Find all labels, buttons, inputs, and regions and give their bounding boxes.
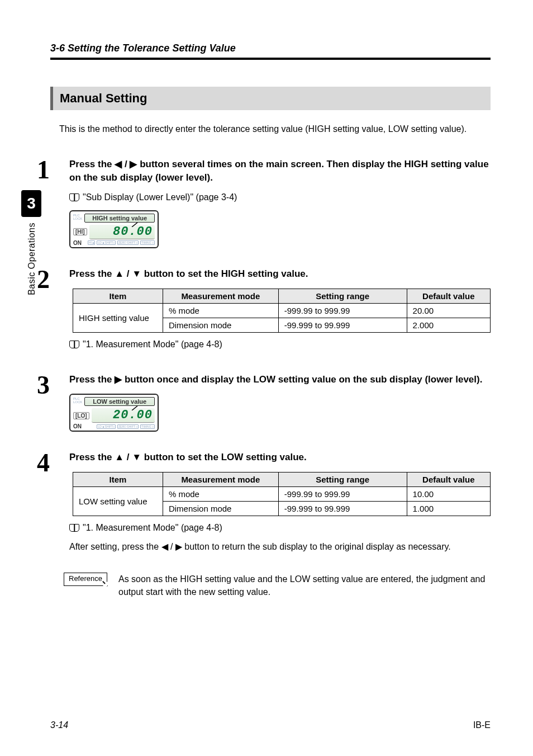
step-1: 1 Press the ◀ / ▶ button several times o… [37, 158, 491, 252]
step-4-number: 4 [37, 451, 64, 474]
chapter-label: Basic Operations [27, 223, 37, 295]
col-item: Item [73, 472, 163, 487]
page-footer: 3-14 IB-E [50, 720, 491, 730]
col-range: Setting range [278, 472, 407, 487]
after-a: After setting, press the [69, 542, 161, 551]
after-setting-text: After setting, press the ◀ / ▶ button to… [69, 541, 491, 553]
step-2-title-b: button to set the HIGH setting value. [141, 268, 308, 279]
step-3-title: Press the ▶ button once and display the … [69, 373, 491, 386]
cell-def: 20.00 [407, 303, 490, 318]
up-down-arrow-icon: ▲ / ▼ [115, 452, 141, 462]
high-diagram: PLCLOCK HIGH setting value [HI] 80.00 ON… [69, 210, 159, 248]
table-header-row: Item Measurement mode Setting range Defa… [73, 472, 491, 487]
reference-block: Reference As soon as the HIGH setting va… [64, 573, 491, 598]
section-title: Manual Setting [50, 87, 491, 110]
reference-text: As soon as the HIGH setting value and th… [118, 573, 491, 598]
col-mode: Measurement mode [163, 289, 278, 303]
left-right-arrow-icon: ◀ / ▶ [115, 159, 137, 169]
intro-text: This is the method to directly enter the… [59, 122, 491, 135]
step-3-number: 3 [37, 373, 64, 396]
low-item-cell: LOW setting value [73, 487, 163, 516]
step-1-title: Press the ◀ / ▶ button several times on … [69, 158, 491, 185]
step-3: 3 Press the ▶ button once and display th… [37, 373, 491, 436]
left-right-arrow-icon: ◀ / ▶ [161, 542, 182, 551]
cell-range: -99.999 to 99.999 [278, 502, 407, 516]
cell-def: 1.000 [407, 502, 490, 516]
book-icon [69, 193, 79, 201]
book-icon [69, 341, 79, 348]
up-down-arrow-icon: ▲ / ▼ [115, 268, 141, 279]
low-setting-label: LOW setting value [84, 397, 155, 406]
col-def: Default value [407, 472, 490, 487]
book-icon [69, 524, 79, 532]
lo-chip: [LO] [73, 412, 89, 419]
svg-line-1 [132, 406, 137, 410]
cell-range: -99.999 to 99.999 [278, 318, 407, 332]
step-4-ref-text: "1. Measurement Mode" (page 4-8) [83, 523, 222, 532]
page-header: 3-6 Setting the Tolerance Setting Value [50, 42, 491, 60]
table-row: LOW setting value % mode -999.99 to 999.… [73, 487, 491, 502]
step-2-title-a: Press the [69, 268, 115, 279]
step-4-title-a: Press the [69, 452, 115, 462]
col-def: Default value [407, 289, 490, 303]
cell-range: -999.99 to 999.99 [278, 487, 407, 502]
cell-range: -999.99 to 999.99 [278, 303, 407, 318]
col-mode: Measurement mode [163, 472, 278, 487]
table-row: HIGH setting value % mode -999.99 to 999… [73, 303, 491, 318]
cell-def: 2.000 [407, 318, 490, 332]
diag-tiny-label: PLCLOCK [73, 397, 82, 406]
diag-tiny-label: PLCLOCK [73, 214, 82, 223]
chapter-tab: 3 [21, 190, 41, 217]
after-b: button to return the sub display to the … [182, 542, 451, 551]
step-4-title: Press the ▲ / ▼ button to set the LOW se… [69, 451, 491, 464]
cell-mode: Dimension mode [163, 318, 278, 332]
step-1-reference: "Sub Display (Lower Level)" (page 3-4) [69, 192, 491, 202]
cell-def: 10.00 [407, 487, 490, 502]
on-indicator: ON [73, 240, 82, 246]
step-3-title-a: Press the [69, 374, 115, 385]
high-settings-table: Item Measurement mode Setting range Defa… [73, 289, 491, 333]
svg-line-0 [132, 223, 137, 227]
cell-mode: % mode [163, 487, 278, 502]
step-1-number: 1 [37, 158, 64, 181]
low-diagram: PLCLOCK LOW setting value [LO] 20.00 ON … [69, 394, 159, 432]
step-3-title-b: button once and display the LOW setting … [122, 374, 482, 385]
step-4-reference: "1. Measurement Mode" (page 4-8) [69, 523, 491, 533]
page-number: 3-14 [50, 720, 68, 730]
hi-chip: [HI] [73, 228, 87, 235]
high-setting-label: HIGH setting value [84, 214, 155, 223]
col-range: Setting range [278, 289, 407, 303]
step-2-reference: "1. Measurement Mode" (page 4-8) [69, 339, 491, 349]
doc-id: IB-E [473, 720, 491, 730]
on-indicator: ON [73, 423, 82, 429]
step-4: 4 Press the ▲ / ▼ button to set the LOW … [37, 451, 491, 556]
cell-mode: Dimension mode [163, 502, 278, 516]
right-arrow-icon: ▶ [115, 374, 122, 385]
step-2-ref-text: "1. Measurement Mode" (page 4-8) [83, 339, 222, 349]
reference-tag: Reference [64, 573, 107, 586]
cell-mode: % mode [163, 303, 278, 318]
table-header-row: Item Measurement mode Setting range Defa… [73, 289, 491, 303]
step-2-title: Press the ▲ / ▼ button to set the HIGH s… [69, 267, 491, 281]
step-2-number: 2 [37, 267, 64, 290]
step-1-title-a: Press the [69, 159, 115, 169]
col-item: Item [73, 289, 163, 303]
low-settings-table: Item Measurement mode Setting range Defa… [73, 472, 491, 516]
high-item-cell: HIGH setting value [73, 303, 163, 332]
step-2: 2 Press the ▲ / ▼ button to set the HIGH… [37, 267, 491, 357]
step-1-ref-text: "Sub Display (Lower Level)" (page 3-4) [83, 192, 237, 202]
step-4-title-b: button to set the LOW setting value. [141, 452, 307, 462]
